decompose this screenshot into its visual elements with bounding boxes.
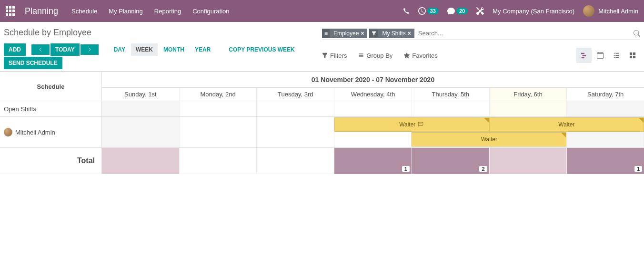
open-shifts-label[interactable]: Open Shifts — [0, 101, 102, 116]
svg-rect-0 — [581, 53, 584, 54]
shift-block[interactable]: Waiter — [334, 117, 489, 132]
calendar-icon — [597, 52, 604, 59]
apps-icon[interactable] — [6, 6, 15, 16]
messages-indicator[interactable]: 20 — [447, 7, 468, 15]
employee-name: Mitchell Admin — [15, 129, 55, 136]
filters-label: Filters — [330, 52, 347, 59]
page-title: Schedule by Employee — [4, 28, 322, 38]
grid-cell[interactable] — [102, 117, 180, 147]
day-header-fri: Friday, 6th — [490, 88, 567, 101]
user-menu[interactable]: Mitchell Admin — [583, 5, 638, 17]
comment-icon — [417, 122, 424, 127]
svg-rect-4 — [633, 52, 635, 55]
view-month[interactable]: MONTH — [159, 43, 189, 56]
shift-block[interactable]: Waiter — [489, 117, 644, 132]
total-label: Total — [0, 148, 102, 174]
today-button[interactable]: TODAY — [50, 43, 80, 56]
total-row: Total 1 2 1 — [0, 148, 644, 174]
svg-rect-6 — [633, 56, 635, 58]
activity-indicator[interactable]: 33 — [418, 7, 439, 15]
total-value: 2 — [479, 166, 487, 172]
next-button[interactable] — [80, 44, 99, 55]
employee-avatar-icon — [4, 128, 12, 136]
filter-chip-employee[interactable]: ≡ Employee × — [322, 29, 367, 38]
employee-label[interactable]: Mitchell Admin — [0, 117, 102, 147]
send-schedule-button[interactable]: SEND SCHEDULE — [4, 57, 62, 69]
view-switcher — [576, 48, 640, 63]
total-cell — [102, 148, 180, 174]
schedule-column-header: Schedule — [0, 72, 102, 101]
nav-schedule[interactable]: Schedule — [71, 8, 97, 15]
chevron-left-icon — [38, 47, 43, 52]
grid-cell[interactable] — [490, 101, 567, 116]
total-cell — [257, 148, 334, 174]
total-cell: 1 — [567, 148, 644, 174]
shift-corner-icon — [639, 118, 644, 123]
top-nav: Planning Schedule My Planning Reporting … — [0, 0, 644, 22]
shift-corner-icon — [484, 118, 489, 123]
svg-rect-3 — [630, 52, 632, 55]
view-week[interactable]: WEEK — [131, 43, 158, 56]
gantt-view-button[interactable] — [576, 48, 592, 63]
bars-icon — [358, 52, 364, 58]
search-bar: ≡ Employee × My Shifts × — [322, 28, 640, 40]
messages-badge: 20 — [456, 8, 468, 14]
grid-cell[interactable] — [412, 101, 490, 116]
nav-configuration[interactable]: Configuration — [192, 8, 229, 15]
open-shifts-row: Open Shifts — [0, 101, 644, 117]
list-view-button[interactable] — [609, 48, 624, 63]
shift-label: Waiter — [481, 136, 497, 143]
activity-badge: 33 — [427, 8, 439, 14]
schedule-grid: Schedule 01 November 2020 - 07 November … — [0, 72, 644, 174]
view-day[interactable]: DAY — [109, 43, 130, 56]
app-brand[interactable]: Planning — [25, 6, 58, 16]
kanban-view-button[interactable] — [625, 48, 640, 63]
chip-employee-close-icon[interactable]: × — [361, 30, 364, 37]
shift-label: Waiter — [399, 121, 415, 128]
day-header-thu: Thursday, 5th — [412, 88, 490, 101]
prev-button[interactable] — [31, 44, 50, 55]
calendar-view-button[interactable] — [593, 48, 608, 63]
grid-cell[interactable] — [334, 101, 412, 116]
shift-block[interactable]: Waiter — [412, 132, 566, 146]
grid-cell[interactable] — [180, 101, 257, 116]
kanban-icon — [629, 52, 636, 59]
nav-my-planning[interactable]: My Planning — [109, 8, 143, 15]
copy-previous-button[interactable]: COPY PREVIOUS WEEK — [224, 43, 299, 56]
filter-chip-myshifts[interactable]: My Shifts × — [369, 29, 414, 38]
day-header-sun: Sunday, 1st — [102, 88, 180, 101]
view-year[interactable]: YEAR — [190, 43, 215, 56]
funnel-icon — [370, 30, 378, 37]
chevron-right-icon — [87, 47, 92, 52]
employee-row: Mitchell Admin Waiter Waiter Waiter — [0, 117, 644, 148]
favorites-dropdown[interactable]: Favorites — [404, 52, 437, 59]
grid-cell[interactable] — [567, 101, 644, 116]
svg-rect-2 — [582, 57, 584, 59]
grid-cell[interactable] — [257, 117, 334, 147]
control-bar: Schedule by Employee ADD TODAY DAY WEEK … — [0, 22, 644, 72]
search-input[interactable] — [416, 28, 634, 39]
groupby-dropdown[interactable]: Group By — [358, 52, 392, 59]
day-header-sat: Saturday, 7th — [567, 88, 644, 101]
groupby-label: Group By — [366, 52, 392, 59]
nav-reporting[interactable]: Reporting — [154, 8, 181, 15]
add-button[interactable]: ADD — [4, 43, 26, 56]
funnel-icon — [322, 52, 328, 58]
total-cell: 2 — [412, 148, 490, 174]
debug-icon[interactable] — [476, 7, 484, 15]
grid-cell[interactable] — [102, 101, 180, 116]
grid-cell[interactable] — [257, 101, 334, 116]
user-avatar-icon — [583, 5, 594, 17]
search-icon[interactable] — [634, 30, 640, 37]
total-cell — [180, 148, 257, 174]
phone-icon[interactable] — [403, 8, 410, 14]
grid-cell[interactable] — [180, 117, 257, 147]
total-value: 1 — [402, 166, 410, 172]
chip-myshifts-close-icon[interactable]: × — [408, 30, 411, 37]
total-value: 1 — [634, 166, 642, 172]
filters-dropdown[interactable]: Filters — [322, 52, 347, 59]
day-header-tue: Tuesday, 3rd — [257, 88, 334, 101]
company-name[interactable]: My Company (San Francisco) — [493, 8, 574, 15]
total-cell — [490, 148, 567, 174]
svg-rect-1 — [583, 55, 586, 56]
